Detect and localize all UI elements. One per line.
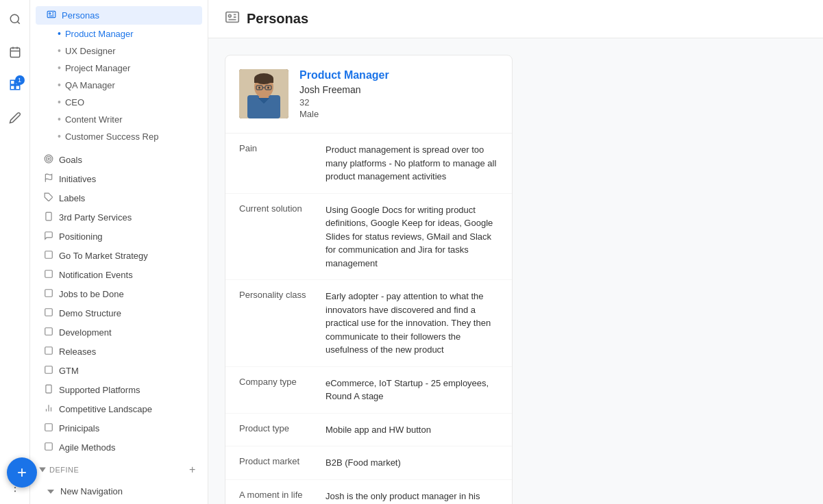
product-type-value: Mobile app and HW button: [325, 423, 431, 437]
new-nav-items: General RequirementsCraft menu - product…: [33, 501, 205, 504]
nav-item-label: Jobs to be Done: [59, 289, 124, 299]
svg-rect-23: [45, 290, 53, 297]
svg-rect-41: [254, 79, 273, 83]
sidebar-item-demo-structure[interactable]: Demo Structure: [33, 304, 205, 323]
pen-icon[interactable]: [4, 107, 26, 129]
moment-in-life-value: Josh is the only product manager in his …: [325, 490, 498, 505]
persona-gender: Male: [299, 109, 498, 119]
nav-item-label: 3rd Party Services: [59, 212, 132, 223]
nav-item-icon: [44, 192, 53, 204]
nav-item-label: Labels: [59, 193, 85, 203]
svg-rect-5: [10, 80, 14, 84]
sidebar-item-gtm[interactable]: GTM: [33, 362, 205, 380]
pain-label: Pain: [239, 143, 315, 184]
persona-card: Product Manager Josh Freeman 32 Male Pai…: [225, 55, 513, 504]
sidebar-sub-item[interactable]: UX Designer: [36, 42, 202, 59]
persona-role: Product Manager: [299, 69, 498, 81]
define-section-header[interactable]: DEFINE +: [30, 457, 208, 479]
search-icon[interactable]: [4, 8, 26, 30]
sidebar-item-jobs-to-be-done[interactable]: Jobs to be Done: [33, 285, 205, 303]
nav-item-label: Goals: [59, 155, 82, 165]
persona-details: Pain Product management is spread over t…: [225, 133, 512, 504]
svg-point-10: [14, 487, 15, 488]
personas-sub-items: Product ManagerUX DesignerProject Manage…: [33, 25, 205, 144]
svg-point-46: [267, 87, 269, 89]
company-type-label: Company type: [239, 377, 315, 403]
notification-badge: 1: [15, 75, 25, 85]
current-solution-row: Current solution Using Google Docs for w…: [225, 194, 512, 281]
sidebar-sub-item[interactable]: CEO: [36, 94, 202, 110]
sidebar-item-agile-methods[interactable]: Agile Methods: [33, 438, 205, 457]
sidebar-sub-item[interactable]: Product Manager: [36, 25, 202, 42]
personas-container: Product Manager Josh Freeman 32 Male Pai…: [208, 38, 823, 504]
main-content: Personas: [208, 0, 823, 504]
sidebar-item-initiatives[interactable]: Initiatives: [33, 170, 205, 188]
svg-marker-32: [47, 490, 54, 494]
sidebar: Personas Product ManagerUX DesignerProje…: [30, 0, 208, 504]
personas-header-icon: [225, 10, 240, 28]
fab-button[interactable]: +: [7, 457, 37, 488]
nav-item-icon: [44, 384, 53, 396]
nav-item-label: Initiatives: [59, 174, 96, 184]
nav-item-label: Go To Market Strategy: [59, 251, 148, 261]
sidebar-sub-item[interactable]: Content Writer: [36, 111, 202, 127]
sidebar-item-releases[interactable]: Releases: [33, 342, 205, 361]
define-add-button[interactable]: +: [186, 463, 199, 477]
nav-item-icon: [44, 212, 53, 223]
sidebar-item-prinicipals[interactable]: Prinicipals: [33, 419, 205, 438]
svg-rect-12: [47, 11, 56, 17]
sidebar-item-positioning[interactable]: Positioning: [33, 227, 205, 246]
new-navigation-item[interactable]: New Navigation: [36, 483, 202, 500]
company-type-row: Company type eCommerce, IoT Startup - 25…: [225, 367, 512, 414]
svg-rect-29: [45, 424, 53, 431]
svg-point-15: [47, 157, 51, 162]
svg-rect-21: [45, 251, 53, 259]
sidebar-item-notification-events[interactable]: Notification Events: [33, 266, 205, 284]
svg-point-16: [48, 158, 49, 160]
sidebar-item-go-to-market-strategy[interactable]: Go To Market Strategy: [33, 247, 205, 265]
sidebar-item-supported-platforms[interactable]: Supported Platforms: [33, 381, 205, 399]
sidebar-sub-item[interactable]: Project Manager: [36, 60, 202, 76]
layers-icon[interactable]: 1: [4, 74, 26, 96]
nav-item-icon: [44, 307, 53, 319]
nav-item-icon: [44, 250, 53, 262]
svg-rect-7: [10, 86, 14, 90]
nav-item-icon: [44, 423, 53, 434]
sidebar-item-goals[interactable]: Goals: [33, 151, 205, 169]
svg-point-0: [10, 14, 19, 23]
persona-info: Product Manager Josh Freeman 32 Male: [299, 69, 498, 119]
sidebar-item-personas[interactable]: Personas: [36, 6, 202, 25]
svg-rect-8: [15, 86, 19, 90]
svg-point-34: [229, 14, 232, 17]
sidebar-sub-item[interactable]: Customer Success Rep: [36, 128, 202, 144]
new-nav-sub-item[interactable]: General Requirements: [36, 501, 202, 504]
persona-header: Product Manager Josh Freeman 32 Male: [225, 55, 512, 133]
nav-item-icon: [44, 327, 53, 338]
nav-item-label: Agile Methods: [59, 442, 115, 453]
company-type-value: eCommerce, IoT Startup - 25 employees, R…: [325, 377, 498, 403]
persona-name: Josh Freeman: [299, 84, 498, 95]
nav-item-icon: [44, 442, 53, 453]
personality-value: Early adopter - pay attention to what th…: [325, 290, 498, 357]
pain-value: Product management is spread over too ma…: [325, 143, 498, 184]
current-solution-label: Current solution: [239, 203, 315, 270]
svg-rect-26: [45, 347, 53, 355]
calendar-icon[interactable]: [4, 41, 26, 63]
nav-item-label: Supported Platforms: [59, 385, 140, 395]
sidebar-item-labels[interactable]: Labels: [33, 189, 205, 207]
icon-bar: 1: [0, 0, 30, 504]
main-header: Personas: [208, 0, 823, 38]
nav-item-icon: [44, 288, 53, 300]
sidebar-sub-item[interactable]: QA Manager: [36, 77, 202, 93]
sidebar-item-competitive-landscape[interactable]: Competitive Landscape: [33, 400, 205, 418]
nav-item-label: Notification Events: [59, 270, 133, 280]
define-label: DEFINE: [49, 466, 79, 474]
sidebar-item-3rd-party-services[interactable]: 3rd Party Services: [33, 208, 205, 227]
svg-rect-1: [10, 48, 20, 58]
personas-label: Personas: [62, 10, 99, 21]
product-market-label: Product market: [239, 456, 315, 470]
sidebar-item-development[interactable]: Development: [33, 323, 205, 342]
svg-rect-28: [46, 385, 51, 393]
svg-rect-30: [45, 443, 53, 451]
nav-item-icon: [44, 173, 53, 185]
